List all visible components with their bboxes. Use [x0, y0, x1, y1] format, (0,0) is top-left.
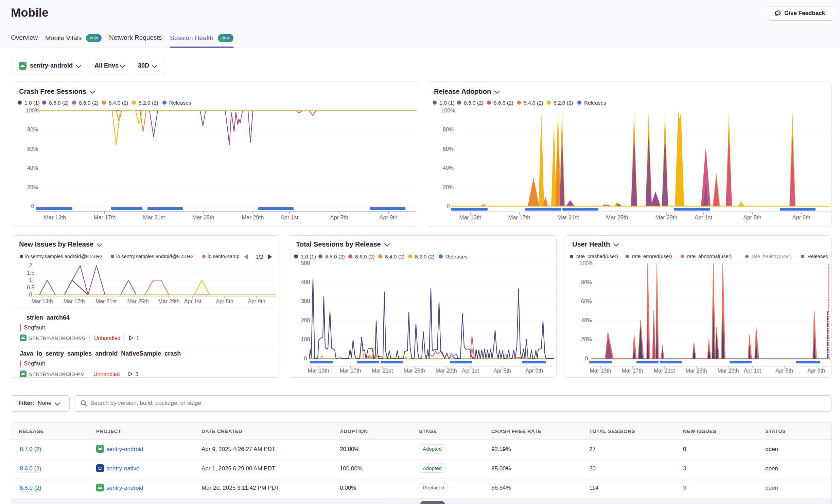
svg-text:400: 400 [301, 279, 310, 285]
svg-text:Mar 29th: Mar 29th [158, 299, 179, 304]
svg-text:rate_abnormal(user): rate_abnormal(user) [687, 254, 732, 259]
svg-text:8.2.0 (2): 8.2.0 (2) [554, 100, 573, 106]
svg-text:Mar 21st: Mar 21st [95, 299, 117, 304]
svg-text:8.5.0 (2): 8.5.0 (2) [464, 100, 484, 106]
svg-text:8.2.0 (2): 8.2.0 (2) [415, 254, 435, 259]
svg-text:1.0 (1): 1.0 (1) [439, 100, 455, 106]
svg-text:Mar 21st: Mar 21st [654, 368, 675, 374]
svg-text:8.4.0 (2): 8.4.0 (2) [109, 100, 128, 106]
svg-text:100: 100 [301, 337, 310, 342]
svg-text:Apr 5th: Apr 5th [330, 214, 348, 220]
svg-text:300: 300 [301, 298, 310, 304]
svg-text:rate_crashed(user): rate_crashed(user) [576, 254, 618, 259]
svg-text:0: 0 [29, 292, 32, 298]
svg-text:Mar 13th: Mar 13th [590, 368, 611, 374]
svg-text:rate_healthy(user): rate_healthy(user) [752, 254, 792, 259]
svg-text:1.0 (1): 1.0 (1) [301, 254, 316, 259]
svg-text:Apr 9th: Apr 9th [379, 214, 397, 220]
svg-text:1.5: 1.5 [27, 270, 34, 276]
svg-text:0: 0 [585, 356, 588, 361]
svg-text:io.sentry.samp: io.sentry.samp [208, 254, 239, 259]
svg-text:Mar 25th: Mar 25th [403, 368, 425, 374]
svg-text:40%: 40% [443, 165, 454, 171]
svg-text:0: 0 [304, 356, 307, 361]
svg-text:80%: 80% [27, 127, 38, 132]
svg-text:8.6.0 (2): 8.6.0 (2) [79, 100, 99, 106]
svg-text:80%: 80% [581, 280, 592, 285]
svg-text:0: 0 [31, 203, 34, 209]
svg-text:Mar 29th: Mar 29th [435, 368, 457, 374]
svg-text:Mar 25th: Mar 25th [127, 299, 148, 304]
svg-text:Mar 25th: Mar 25th [685, 368, 707, 374]
svg-text:20%: 20% [27, 184, 38, 190]
svg-text:Apr 5th: Apr 5th [775, 368, 793, 374]
svg-text:Releases: Releases [169, 100, 191, 106]
svg-text:Mar 17th: Mar 17th [339, 368, 361, 374]
svg-text:C: C [98, 466, 102, 471]
svg-text:Apr 1st: Apr 1st [281, 214, 299, 220]
svg-text:100%: 100% [580, 260, 594, 266]
svg-text:Mar 17th: Mar 17th [63, 299, 85, 304]
svg-text:8.6.0 (2): 8.6.0 (2) [355, 254, 375, 259]
svg-text:Mar 17th: Mar 17th [622, 368, 643, 374]
svg-text:100%: 100% [441, 108, 455, 113]
svg-text:rate_errored(user): rate_errored(user) [632, 254, 672, 259]
svg-text:Apr 9th: Apr 9th [248, 299, 265, 304]
svg-text:8.5.0 (2): 8.5.0 (2) [325, 254, 345, 259]
svg-text:8.4.0 (2): 8.4.0 (2) [385, 254, 405, 259]
svg-text:Apr 5th: Apr 5th [743, 214, 761, 220]
svg-text:Apr 5th: Apr 5th [216, 299, 233, 304]
svg-text:Apr 9th: Apr 9th [792, 214, 810, 220]
svg-text:1: 1 [29, 277, 32, 283]
svg-text:Releases: Releases [584, 100, 606, 106]
svg-text:8.2.0 (2): 8.2.0 (2) [139, 100, 158, 106]
svg-text:20%: 20% [443, 184, 454, 190]
svg-text:Apr 1st: Apr 1st [462, 368, 479, 374]
svg-text:Mar 13th: Mar 13th [44, 214, 66, 220]
svg-text:Apr 1st: Apr 1st [695, 214, 713, 220]
svg-text:io.sentry.samples.android@8.4.: io.sentry.samples.android@8.4.0+2 [116, 254, 194, 259]
svg-text:Mar 13th: Mar 13th [31, 299, 53, 304]
svg-text:Mar 25th: Mar 25th [606, 214, 628, 220]
svg-text:Apr 9th: Apr 9th [525, 368, 543, 374]
svg-text:Mar 21st: Mar 21st [372, 368, 393, 374]
svg-text:Mar 13th: Mar 13th [308, 368, 329, 374]
svg-text:60%: 60% [581, 299, 592, 304]
svg-text:1.0 (1): 1.0 (1) [24, 100, 40, 106]
svg-text:60%: 60% [443, 146, 454, 152]
svg-text:0.5: 0.5 [27, 285, 34, 290]
svg-text:20%: 20% [581, 337, 592, 342]
svg-text:1/2: 1/2 [256, 254, 263, 260]
svg-text:8.6.0 (2): 8.6.0 (2) [494, 100, 513, 106]
svg-text:Mar 29th: Mar 29th [242, 214, 264, 220]
svg-text:Mar 29th: Mar 29th [717, 368, 739, 374]
svg-text:Releases: Releases [445, 254, 468, 259]
svg-text:60%: 60% [27, 146, 38, 152]
svg-text:8.4.0 (2): 8.4.0 (2) [524, 100, 543, 106]
svg-text:io.sentry.samples.android@8.2.: io.sentry.samples.android@8.2.0+2 [25, 254, 103, 259]
svg-text:Apr 9th: Apr 9th [807, 368, 825, 374]
svg-text:Mar 17th: Mar 17th [93, 214, 116, 220]
svg-text:500: 500 [301, 260, 310, 266]
svg-text:8.5.0 (2): 8.5.0 (2) [49, 100, 69, 106]
svg-text:Mar 21st: Mar 21st [557, 214, 579, 220]
svg-text:0: 0 [447, 203, 450, 209]
svg-text:Apr 1st: Apr 1st [184, 299, 202, 304]
svg-text:Mar 21st: Mar 21st [143, 214, 165, 220]
svg-text:Mar 17th: Mar 17th [508, 214, 530, 220]
svg-text:200: 200 [301, 318, 310, 323]
svg-text:40%: 40% [581, 318, 592, 323]
svg-text:2: 2 [29, 263, 32, 268]
svg-text:80%: 80% [443, 127, 454, 132]
svg-text:Apr 5th: Apr 5th [493, 368, 511, 374]
svg-text:Mar 29th: Mar 29th [655, 214, 677, 220]
svg-text:Apr 1st: Apr 1st [744, 368, 761, 374]
svg-text:Releases: Releases [807, 254, 828, 259]
svg-text:Mar 25th: Mar 25th [192, 214, 214, 220]
svg-text:40%: 40% [27, 165, 38, 171]
svg-text:Mar 13th: Mar 13th [459, 214, 481, 220]
